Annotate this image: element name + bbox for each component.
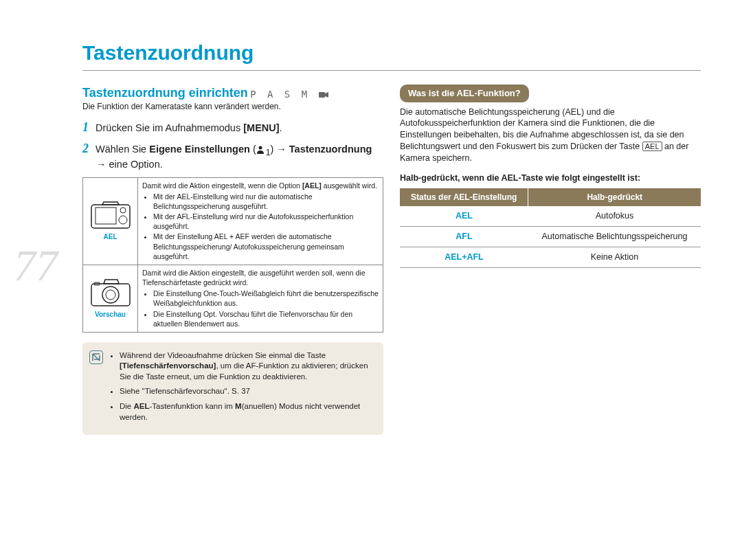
step-1-text-a: Drücken Sie im Aufnahmemodus — [95, 122, 243, 133]
list-item: Mit der AEL-Einstellung wird nur die aut… — [153, 192, 379, 211]
option-cell-vorschau: Vorschau — [83, 265, 138, 332]
info-paragraph: Die automatische Belichtungsspeicherung … — [400, 107, 701, 164]
cell-afl: AFL — [400, 226, 528, 247]
user-icon-sub: 1 — [266, 148, 271, 157]
step-2-number: 2 — [82, 142, 89, 155]
list-item: Während der Videoaufnahme drücken Sie ei… — [120, 350, 374, 383]
list-item: Die Einstellung Opt. Vorschau führt die … — [153, 309, 379, 328]
ael-key: AEL — [642, 142, 662, 151]
columns: Tastenzuordnung einrichten P A S M Die F… — [82, 85, 701, 435]
mode-icons: P A S M — [250, 89, 328, 100]
svg-point-5 — [119, 216, 127, 224]
info-badge: Was ist die AEL-Funktion? — [400, 85, 529, 102]
option-label-ael: AEL — [87, 232, 133, 242]
svg-point-4 — [120, 208, 126, 213]
section-subtitle: Tastenzuordnung einrichten — [82, 86, 248, 100]
content-area: Tastenzuordnung Tastenzuordnung einricht… — [82, 41, 701, 435]
table-header-row: Status der AEL-Einstellung Halb-gedrückt — [400, 188, 701, 206]
table-row: AEL Autofokus — [400, 206, 701, 226]
cell-auto-belichtung: Automatische Belichtungsspeicherung — [528, 226, 701, 247]
list-item: Die AEL-Tastenfunktion kann im M(anuelle… — [120, 401, 374, 423]
status-table: Status der AEL-Einstellung Halb-gedrückt… — [400, 188, 701, 268]
cell-aelafl: AEL+AFL — [400, 247, 528, 267]
list-item: Mit der Einstellung AEL + AEF werden die… — [153, 232, 379, 261]
option-desc-ael: Damit wird die Aktion eingestellt, wenn … — [138, 177, 383, 265]
menu-key: [MENU] — [243, 122, 279, 133]
svg-rect-0 — [319, 92, 325, 98]
note-icon — [89, 350, 103, 364]
table-row: AFL Automatische Belichtungsspeicherung — [400, 226, 701, 247]
svg-point-7 — [102, 287, 119, 303]
step-1: 1 Drücken Sie im Aufnahmemodus [MENU]. — [82, 119, 383, 135]
camera-front-icon — [90, 278, 131, 307]
note-list: Während der Videoaufnahme drücken Sie ei… — [110, 350, 374, 423]
cell-ael: AEL — [400, 206, 528, 226]
svg-rect-6 — [91, 284, 130, 306]
step-2-arrow1: → — [276, 144, 289, 155]
option-label-vorschau: Vorschau — [87, 310, 133, 320]
section-subtitle-row: Tastenzuordnung einrichten P A S M — [82, 85, 383, 101]
note1-b: [Tiefenschärfenvorschau] — [120, 361, 216, 370]
row1-intro: Damit wird die Aktion eingestellt, wenn … — [142, 181, 302, 190]
page-number: 77 — [14, 240, 58, 291]
right-column: Was ist die AEL-Funktion? Die automatisc… — [400, 85, 701, 435]
step-2-bold1: Eigene Einstellungen — [149, 144, 250, 155]
note3-c: -Tastenfunktion kann im — [149, 402, 235, 410]
row2-intro: Damit wird die Aktion eingestellt, die a… — [142, 269, 366, 287]
camera-back-icon — [90, 201, 131, 229]
svg-point-8 — [106, 290, 115, 300]
row2-list: Die Einstellung One-Touch-Weißabgleich f… — [142, 289, 379, 328]
left-column: Tastenzuordnung einrichten P A S M Die F… — [82, 85, 383, 435]
th-status: Status der AEL-Einstellung — [400, 188, 528, 206]
table-caption: Halb-gedrückt, wenn die AEL-Taste wie fo… — [400, 172, 701, 184]
svg-point-1 — [258, 146, 262, 149]
note3-b: AEL — [133, 402, 149, 410]
row1-intro-b: [AEL] — [302, 181, 322, 190]
page-container: Tastenzuordnung Tastenzuordnung einricht… — [0, 0, 742, 462]
mode-letters: P A S M — [250, 89, 310, 100]
table-row: AEL+AFL Keine Aktion — [400, 247, 701, 267]
para-a: Die automatische Belichtungsspeicherung … — [400, 107, 684, 152]
video-icon — [319, 91, 328, 98]
option-table: AEL Damit wird die Aktion eingestellt, w… — [82, 177, 383, 333]
cell-autofokus: Autofokus — [528, 206, 701, 226]
row1-intro-c: ausgewählt wird. — [322, 181, 377, 190]
step-1-number: 1 — [82, 120, 89, 134]
list-item: Die Einstellung One-Touch-Weißabgleich f… — [153, 289, 379, 308]
table-row: Vorschau Damit wird die Aktion eingestel… — [83, 265, 383, 332]
note1-a: Während der Videoaufnahme drücken Sie ei… — [120, 351, 326, 359]
th-half: Halb-gedrückt — [528, 188, 701, 206]
intro-text: Die Funktion der Kamerataste kann veränd… — [82, 101, 383, 112]
option-desc-vorschau: Damit wird die Aktion eingestellt, die a… — [138, 265, 383, 332]
svg-rect-2 — [91, 205, 130, 228]
option-cell-ael: AEL — [83, 177, 138, 265]
svg-rect-3 — [95, 208, 116, 224]
user-icon — [256, 145, 266, 155]
cell-keine: Keine Aktion — [528, 247, 701, 267]
note-box: Während der Videoaufnahme drücken Sie ei… — [82, 342, 383, 435]
note3-a: Die — [120, 402, 133, 410]
table-row: AEL Damit wird die Aktion eingestellt, w… — [83, 177, 383, 265]
step-2-text-c: → eine Option. — [96, 159, 163, 170]
step-2-text-a: Wählen Sie — [95, 144, 149, 155]
list-item: Siehe "Tiefenschärfevorschau". S. 37 — [120, 386, 374, 397]
step-2-bold2: Tastenzuordnung — [289, 144, 372, 155]
row1-list: Mit der AEL-Einstellung wird nur die aut… — [142, 192, 379, 261]
step-2: 2 Wählen Sie Eigene Einstellungen (1) → … — [82, 140, 383, 172]
list-item: Mit der AFL-Einstellung wird nur die Aut… — [153, 212, 379, 231]
page-title: Tastenzuordnung — [82, 41, 701, 71]
note3-d: M — [235, 402, 242, 410]
step-1-text-b: . — [280, 122, 282, 133]
